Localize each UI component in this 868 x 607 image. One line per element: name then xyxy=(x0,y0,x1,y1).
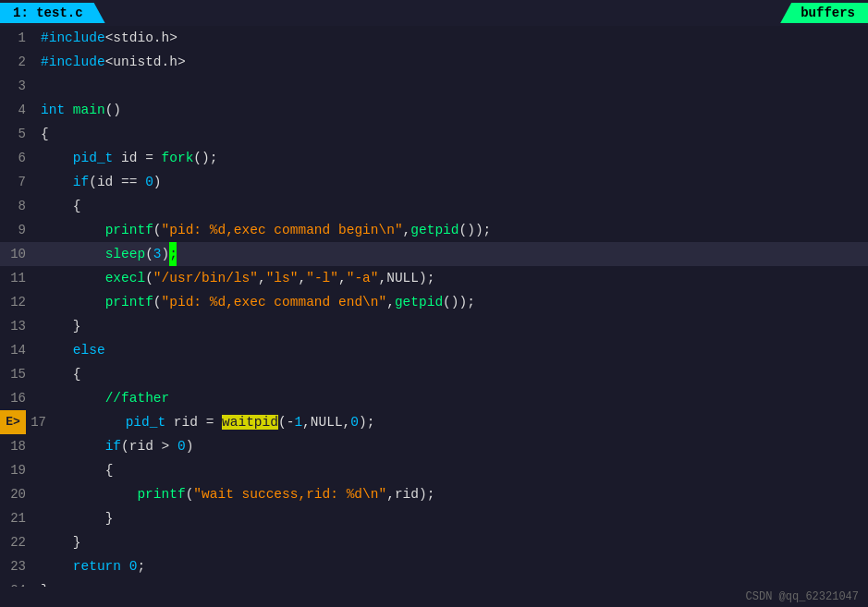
line-content: #include<unistd.h> xyxy=(33,50,868,74)
line-number: 6 xyxy=(0,146,33,170)
buffers-badge[interactable]: buffers xyxy=(780,3,868,23)
code-line-error: E> 17 pid_t rid = waitpid(-1,NULL,0); xyxy=(0,410,868,434)
line-number: 13 xyxy=(0,314,33,338)
line-content: printf("pid: %d,exec command begin\n",ge… xyxy=(33,218,868,242)
line-number: 12 xyxy=(0,290,33,314)
line-content: } xyxy=(33,530,868,554)
code-line: 5 { xyxy=(0,122,868,146)
line-number: 21 xyxy=(0,506,33,530)
line-content: else xyxy=(33,338,868,362)
line-number: 7 xyxy=(0,170,33,194)
code-line: 4 int main() xyxy=(0,98,868,122)
line-number: 5 xyxy=(0,122,33,146)
line-content: int main() xyxy=(33,98,868,122)
line-content: } xyxy=(33,314,868,338)
code-line: 18 if(rid > 0) xyxy=(0,434,868,458)
line-content: { xyxy=(33,362,868,386)
line-number: 4 xyxy=(0,98,33,122)
code-line: 14 else xyxy=(0,338,868,362)
active-tab[interactable]: 1: test.c xyxy=(0,3,105,23)
line-number: 10 xyxy=(0,242,33,266)
code-line: 16 //father xyxy=(0,386,868,410)
line-content: sleep(3); xyxy=(33,242,868,266)
line-content: if(rid > 0) xyxy=(33,434,868,458)
line-content: printf("wait success,rid: %d\n",rid); xyxy=(33,482,868,506)
line-number: 20 xyxy=(0,482,33,506)
line-content: { xyxy=(33,194,868,218)
code-line: 22 } xyxy=(0,530,868,554)
line-content: pid_t id = fork(); xyxy=(33,146,868,170)
code-line: 8 { xyxy=(0,194,868,218)
code-line: 2 #include<unistd.h> xyxy=(0,50,868,74)
line-number: 19 xyxy=(0,458,33,482)
footer: CSDN @qq_62321047 xyxy=(0,587,868,607)
line-content: { xyxy=(33,122,868,146)
line-number: 24 xyxy=(0,578,33,587)
code-line: 13 } xyxy=(0,314,868,338)
code-line: 24 } xyxy=(0,578,868,587)
code-line-highlighted: 10 sleep(3); xyxy=(0,242,868,266)
tab-bar: 1: test.c buffers xyxy=(0,0,868,26)
code-line: 11 execl("/usr/bin/ls","ls","-l","-a",NU… xyxy=(0,266,868,290)
line-number: 11 xyxy=(0,266,33,290)
line-number: 22 xyxy=(0,530,33,554)
code-line: 6 pid_t id = fork(); xyxy=(0,146,868,170)
code-line: 23 return 0; xyxy=(0,554,868,578)
editor-container: 1: test.c buffers 1 #include<stdio.h> 2 … xyxy=(0,0,868,607)
line-number: 15 xyxy=(0,362,33,386)
line-content: printf("pid: %d,exec command end\n",getp… xyxy=(33,290,868,314)
code-line: 1 #include<stdio.h> xyxy=(0,26,868,50)
code-line: 7 if(id == 0) xyxy=(0,170,868,194)
code-line: 20 printf("wait success,rid: %d\n",rid); xyxy=(0,482,868,506)
credit-text: CSDN @qq_62321047 xyxy=(746,590,859,603)
code-line: 3 xyxy=(0,74,868,98)
line-content: //father xyxy=(33,386,868,410)
code-line: 19 { xyxy=(0,458,868,482)
line-number: 17 xyxy=(0,410,54,434)
line-content: if(id == 0) xyxy=(33,170,868,194)
line-content: { xyxy=(33,458,868,482)
line-content: #include<stdio.h> xyxy=(33,26,868,50)
line-content: execl("/usr/bin/ls","ls","-l","-a",NULL)… xyxy=(33,266,868,290)
line-number: 18 xyxy=(0,434,33,458)
line-number: 3 xyxy=(0,74,33,98)
line-number: 14 xyxy=(0,338,33,362)
code-line: 21 } xyxy=(0,506,868,530)
line-number: 23 xyxy=(0,554,33,578)
line-content: } xyxy=(33,506,868,530)
line-content: pid_t rid = waitpid(-1,NULL,0); xyxy=(54,410,868,434)
line-number: 16 xyxy=(0,386,33,410)
line-number: 9 xyxy=(0,218,33,242)
code-area[interactable]: 1 #include<stdio.h> 2 #include<unistd.h>… xyxy=(0,26,868,587)
line-number: 1 xyxy=(0,26,33,50)
code-line: 12 printf("pid: %d,exec command end\n",g… xyxy=(0,290,868,314)
code-line: 15 { xyxy=(0,362,868,386)
line-number: 8 xyxy=(0,194,33,218)
line-content: return 0; xyxy=(33,554,868,578)
code-line: 9 printf("pid: %d,exec command begin\n",… xyxy=(0,218,868,242)
line-content: } xyxy=(33,578,868,587)
line-number: 2 xyxy=(0,50,33,74)
